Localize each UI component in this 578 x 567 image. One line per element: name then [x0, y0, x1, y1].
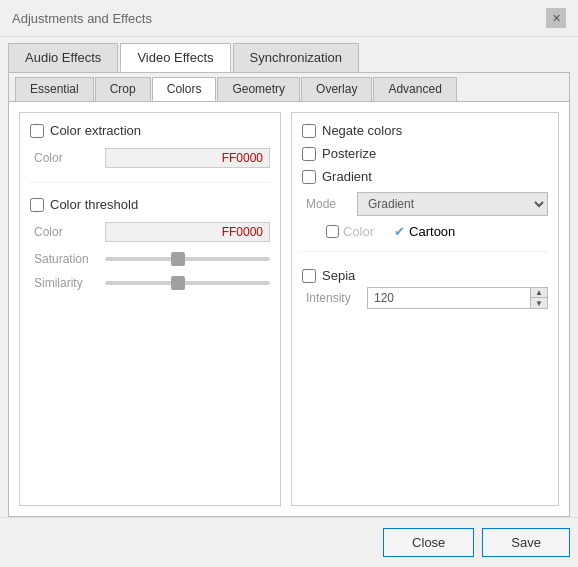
cartoon-check-icon: ✔ [394, 224, 405, 239]
sepia-row: Sepia [302, 268, 548, 283]
divider-1 [30, 182, 270, 183]
negate-colors-row: Negate colors [302, 123, 548, 138]
spinner-arrows: ▲ ▼ [530, 288, 547, 308]
similarity-track [105, 281, 270, 285]
similarity-label: Similarity [34, 276, 99, 290]
color-threshold-checkbox[interactable] [30, 198, 44, 212]
intensity-label: Intensity [306, 291, 361, 305]
panel-content: Color extraction Color Color threshold C… [9, 102, 569, 516]
color-field-1-row: Color [34, 148, 270, 168]
color-item-label: Color [343, 224, 374, 239]
mode-row: Mode Gradient Linear Radial [306, 192, 548, 216]
intensity-row: Intensity ▲ ▼ [306, 287, 548, 309]
spinner-up-arrow[interactable]: ▲ [531, 288, 547, 298]
right-panel: Negate colors Posterize Gradient Mode Gr… [291, 112, 559, 506]
cartoon-label: Cartoon [409, 224, 455, 239]
tab-crop[interactable]: Crop [95, 77, 151, 101]
color-extraction-row: Color extraction [30, 123, 270, 138]
tab-video-effects[interactable]: Video Effects [120, 43, 230, 72]
color-extraction-label: Color extraction [50, 123, 141, 138]
mode-label: Mode [306, 197, 351, 211]
posterize-row: Posterize [302, 146, 548, 161]
gradient-label: Gradient [322, 169, 372, 184]
color-extraction-checkbox[interactable] [30, 124, 44, 138]
intensity-input[interactable] [368, 288, 530, 308]
left-panel: Color extraction Color Color threshold C… [19, 112, 281, 506]
close-button[interactable]: Close [383, 528, 474, 557]
similarity-thumb[interactable] [171, 276, 185, 290]
tab-geometry[interactable]: Geometry [217, 77, 300, 101]
color-field-2-row: Color [34, 222, 270, 242]
sepia-checkbox[interactable] [302, 269, 316, 283]
cartoon-item: ✔ Cartoon [394, 224, 455, 239]
saturation-track [105, 257, 270, 261]
color-item: Color [326, 224, 374, 239]
close-icon: ✕ [552, 12, 561, 25]
color-threshold-row: Color threshold [30, 197, 270, 212]
gradient-row: Gradient [302, 169, 548, 184]
sub-tabs: Essential Crop Colors Geometry Overlay A… [9, 73, 569, 102]
spinner-down-arrow[interactable]: ▼ [531, 298, 547, 308]
footer: Close Save [0, 517, 578, 567]
sepia-label: Sepia [322, 268, 355, 283]
tab-audio-effects[interactable]: Audio Effects [8, 43, 118, 72]
similarity-row: Similarity [34, 276, 270, 290]
tab-synchronization[interactable]: Synchronization [233, 43, 360, 72]
mode-select-wrapper: Gradient Linear Radial [357, 192, 548, 216]
save-button[interactable]: Save [482, 528, 570, 557]
negate-colors-label: Negate colors [322, 123, 402, 138]
title-bar: Adjustments and Effects ✕ [0, 0, 578, 37]
saturation-row: Saturation [34, 252, 270, 266]
close-window-button[interactable]: ✕ [546, 8, 566, 28]
color-field-1-label: Color [34, 151, 99, 165]
tab-advanced[interactable]: Advanced [373, 77, 456, 101]
color-cartoon-row: Color ✔ Cartoon [326, 224, 548, 239]
gradient-checkbox[interactable] [302, 170, 316, 184]
window-title: Adjustments and Effects [12, 11, 152, 26]
divider-2 [302, 251, 548, 252]
content-area: Essential Crop Colors Geometry Overlay A… [8, 72, 570, 517]
main-tabs: Audio Effects Video Effects Synchronizat… [0, 37, 578, 72]
tab-overlay[interactable]: Overlay [301, 77, 372, 101]
color-item-checkbox[interactable] [326, 225, 339, 238]
mode-select[interactable]: Gradient Linear Radial [357, 192, 548, 216]
color-field-2-input[interactable] [105, 222, 270, 242]
posterize-checkbox[interactable] [302, 147, 316, 161]
intensity-spinner: ▲ ▼ [367, 287, 548, 309]
color-field-1-input[interactable] [105, 148, 270, 168]
negate-colors-checkbox[interactable] [302, 124, 316, 138]
saturation-thumb[interactable] [171, 252, 185, 266]
color-field-2-label: Color [34, 225, 99, 239]
sepia-section: Sepia Intensity ▲ ▼ [302, 268, 548, 309]
posterize-label: Posterize [322, 146, 376, 161]
color-threshold-label: Color threshold [50, 197, 138, 212]
tab-colors[interactable]: Colors [152, 77, 217, 101]
tab-essential[interactable]: Essential [15, 77, 94, 101]
saturation-label: Saturation [34, 252, 99, 266]
